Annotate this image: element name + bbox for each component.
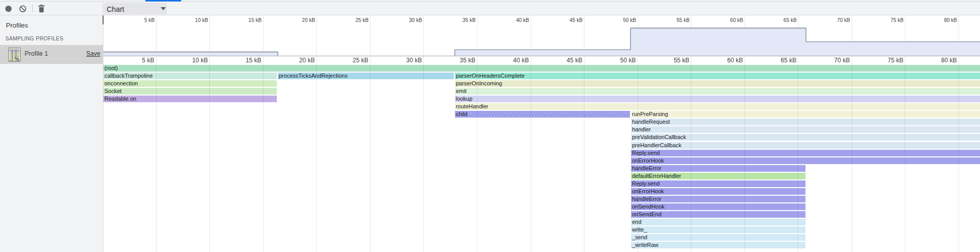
svg-text:%: % [14, 55, 19, 61]
